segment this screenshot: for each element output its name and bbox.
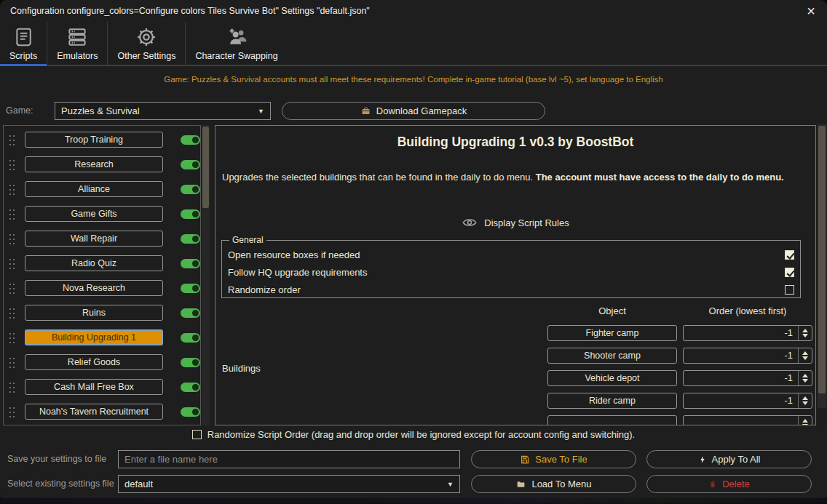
tab-bar: ScriptsEmulatorsOther SettingsCharacter … xyxy=(0,22,827,66)
download-gamepack-button[interactable]: Download Gamepack xyxy=(282,102,545,120)
script-button[interactable]: Ruins xyxy=(25,305,163,321)
randomize-script-order-checkbox[interactable] xyxy=(192,430,202,439)
file-name-input[interactable] xyxy=(118,450,460,468)
drag-handle-icon[interactable] xyxy=(9,159,15,170)
settings-file-dropdown[interactable]: default ▼ xyxy=(118,475,460,493)
scripts-scrollbar[interactable] xyxy=(202,125,210,425)
general-option-row: Randomize order xyxy=(228,281,794,298)
spinner-up-icon[interactable] xyxy=(802,329,808,332)
drag-handle-icon[interactable] xyxy=(9,283,15,294)
spinner-up-icon[interactable] xyxy=(802,419,808,423)
script-button[interactable]: Game Gifts xyxy=(25,206,163,222)
spinner-down-icon[interactable] xyxy=(802,401,808,405)
spinner-down-icon[interactable] xyxy=(802,379,808,383)
script-enabled-toggle[interactable] xyxy=(181,185,200,194)
tab-character-swapping[interactable]: Character Swapping xyxy=(185,22,287,65)
drag-handle-icon[interactable] xyxy=(9,184,15,195)
building-object-button[interactable]: Vehicle depot xyxy=(547,370,677,386)
load-to-menu-button[interactable]: Load To Menu xyxy=(471,475,636,493)
person-add-icon xyxy=(223,23,250,51)
order-spinner[interactable]: -1 xyxy=(683,325,812,341)
column-header-object: Object xyxy=(547,305,677,316)
script-enabled-toggle[interactable] xyxy=(181,209,200,219)
spinner-up-icon[interactable] xyxy=(802,351,808,355)
spinner-buttons xyxy=(798,326,812,340)
title-bar: Configuration configure_colors=Configure… xyxy=(0,0,827,22)
order-spinner[interactable]: -1 xyxy=(683,393,812,409)
order-spinner[interactable]: -1 xyxy=(683,370,812,386)
building-object-button[interactable]: Fighter camp xyxy=(547,325,677,341)
script-enabled-toggle[interactable] xyxy=(181,284,200,293)
select-settings-label: Select existing settings file xyxy=(7,475,114,493)
panel-scrollbar-thumb[interactable] xyxy=(818,126,826,393)
script-list-item: Building Upgrading 1 xyxy=(4,329,200,345)
drag-handle-icon[interactable] xyxy=(9,382,15,393)
script-button[interactable]: Radio Quiz xyxy=(25,255,163,271)
drag-handle-icon[interactable] xyxy=(9,209,15,220)
script-button[interactable]: Relief Goods xyxy=(25,354,163,370)
drag-handle-icon[interactable] xyxy=(9,332,15,343)
spinner-down-icon[interactable] xyxy=(802,334,808,337)
order-spinner[interactable] xyxy=(683,415,812,425)
close-icon[interactable]: × xyxy=(801,1,821,20)
script-button[interactable]: Cash Mall Free Box xyxy=(25,379,163,395)
drag-handle-icon[interactable] xyxy=(9,135,15,145)
script-button[interactable]: Building Upgrading 1 xyxy=(25,329,163,345)
drag-handle-icon[interactable] xyxy=(9,357,15,368)
option-checkbox[interactable] xyxy=(785,250,794,260)
script-enabled-toggle[interactable] xyxy=(181,333,200,343)
general-legend: General xyxy=(229,235,266,245)
script-button[interactable]: Troop Training xyxy=(25,132,163,148)
script-button[interactable]: Nova Research xyxy=(25,280,163,296)
toggle-knob xyxy=(192,161,199,168)
script-enabled-toggle[interactable] xyxy=(181,308,200,318)
drag-handle-icon[interactable] xyxy=(9,407,15,417)
game-dropdown[interactable]: Puzzles & Survival ▼ xyxy=(55,102,271,120)
order-spinner[interactable]: -1 xyxy=(683,348,812,364)
toggle-knob xyxy=(192,384,199,391)
script-title: Building Upgrading 1 v0.3 by BoostBot xyxy=(215,135,815,150)
building-object-button[interactable]: Rider camp xyxy=(547,393,677,409)
spinner-buttons xyxy=(798,371,812,385)
drag-handle-icon[interactable] xyxy=(9,258,15,269)
tab-scripts[interactable]: Scripts xyxy=(0,22,47,65)
drag-handle-icon[interactable] xyxy=(9,308,15,319)
display-script-rules[interactable]: Display Script Rules xyxy=(215,215,815,231)
script-button[interactable]: Noah's Tavern Recruitment xyxy=(25,404,163,420)
option-label: Follow HQ upgrade requirements xyxy=(228,267,367,278)
script-button[interactable]: Alliance xyxy=(25,181,163,197)
tab-other-settings[interactable]: Other Settings xyxy=(107,22,185,65)
script-enabled-toggle[interactable] xyxy=(181,407,200,417)
spinner-up-icon[interactable] xyxy=(802,396,808,400)
script-enabled-toggle[interactable] xyxy=(181,135,200,145)
building-object-button[interactable]: Shooter camp xyxy=(547,348,677,364)
option-checkbox[interactable] xyxy=(785,285,794,295)
script-enabled-toggle[interactable] xyxy=(181,259,200,268)
building-object-button[interactable] xyxy=(547,415,677,425)
script-enabled-toggle[interactable] xyxy=(181,383,200,392)
script-enabled-toggle[interactable] xyxy=(181,160,200,169)
script-description: Upgrades the selected buildings that can… xyxy=(222,171,808,183)
save-to-file-button[interactable]: Save To File xyxy=(471,450,636,468)
script-list-item: Cash Mall Free Box xyxy=(4,379,200,395)
scroll-icon xyxy=(12,23,35,51)
order-value: -1 xyxy=(684,393,798,408)
tab-emulators[interactable]: Emulators xyxy=(47,22,107,65)
scripts-scrollbar-thumb[interactable] xyxy=(202,127,209,208)
script-button[interactable]: Research xyxy=(25,156,163,172)
script-enabled-toggle[interactable] xyxy=(181,234,200,244)
spinner-down-icon[interactable] xyxy=(802,424,808,425)
delete-button[interactable]: Delete xyxy=(646,475,812,493)
drag-handle-icon[interactable] xyxy=(9,233,15,244)
toggle-knob xyxy=(192,260,199,267)
script-enabled-toggle[interactable] xyxy=(181,358,200,367)
spinner-up-icon[interactable] xyxy=(802,374,808,377)
script-settings-panel: Building Upgrading 1 v0.3 by BoostBot Up… xyxy=(215,125,816,425)
apply-to-all-button[interactable]: Apply To All xyxy=(646,450,812,468)
chevron-down-icon: ▼ xyxy=(258,108,264,115)
tab-label: Character Swapping xyxy=(195,51,277,65)
spinner-down-icon[interactable] xyxy=(802,356,808,360)
script-button[interactable]: Wall Repair xyxy=(25,231,163,247)
panel-scrollbar[interactable] xyxy=(818,124,826,425)
option-checkbox[interactable] xyxy=(785,268,794,277)
